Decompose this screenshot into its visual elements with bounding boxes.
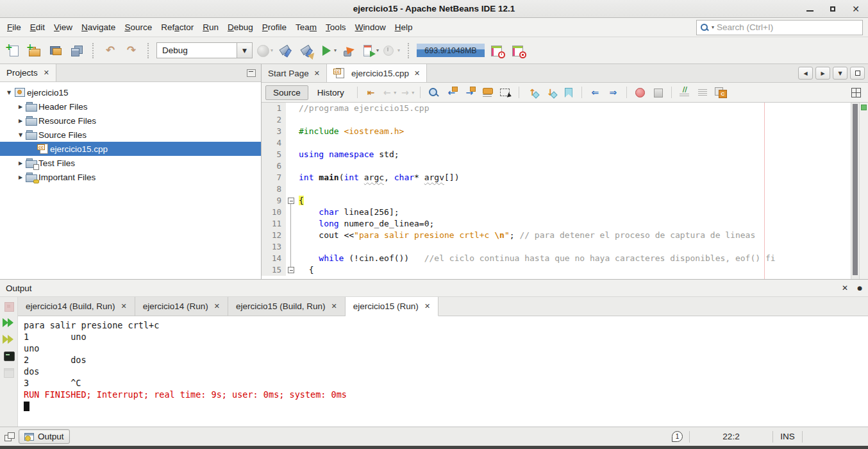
expand-toggle-icon[interactable]: ▶ bbox=[15, 118, 26, 124]
editor-tab-ejercicio15-cpp[interactable]: ejercicio15.cpp✕ bbox=[327, 64, 427, 82]
code-editor[interactable]: 1//programa ejercicio15.cpp23#include <i… bbox=[262, 103, 868, 279]
code-line[interactable]: 9{ bbox=[262, 195, 868, 207]
editor-vertical-scrollbar[interactable] bbox=[851, 103, 859, 279]
code-line[interactable]: 4 bbox=[262, 137, 868, 149]
stop-run-button[interactable] bbox=[3, 300, 15, 312]
scrollbar-thumb[interactable] bbox=[853, 104, 858, 275]
tree-item-resource-files[interactable]: ▶Resource Files bbox=[0, 114, 261, 128]
tab-projects[interactable]: Projects ✕ bbox=[0, 64, 56, 81]
code-line[interactable]: 3#include <iostream.h> bbox=[262, 126, 868, 137]
console-output[interactable]: para salir presione crtl+c1 unouno2 dosd… bbox=[18, 316, 868, 427]
shift-line-right-button[interactable]: ⇒ bbox=[605, 85, 621, 100]
window-menu-button[interactable]: ● bbox=[857, 285, 862, 291]
profiler-snapshot-stop-button[interactable] bbox=[509, 41, 527, 60]
code-fold-marker[interactable] bbox=[286, 195, 296, 207]
insert-mode-status[interactable]: INS bbox=[772, 431, 802, 443]
start-macro-recording-button[interactable] bbox=[632, 85, 648, 100]
menu-file[interactable]: File bbox=[3, 19, 26, 35]
view-button-source[interactable]: Source bbox=[265, 85, 308, 100]
chevron-down-icon[interactable]: ▾ bbox=[376, 47, 379, 53]
chevron-down-icon[interactable]: ▼ bbox=[237, 43, 252, 58]
comment-button[interactable]: // bbox=[677, 85, 693, 100]
tree-item-test-files[interactable]: ▶Test Files bbox=[0, 156, 261, 170]
chevron-down-icon[interactable]: ▾ bbox=[271, 47, 273, 53]
toggle-bookmark-button[interactable] bbox=[560, 85, 576, 100]
expand-toggle-icon[interactable]: ▶ bbox=[15, 160, 26, 166]
new-project-button[interactable]: + bbox=[25, 41, 43, 60]
clean-build-project-button[interactable] bbox=[298, 41, 316, 60]
code-fold-marker[interactable] bbox=[286, 264, 296, 276]
tab-list-dropdown-button[interactable]: ▼ bbox=[833, 67, 847, 80]
close-icon[interactable]: ✕ bbox=[331, 302, 337, 310]
scroll-tabs-left-button[interactable]: ◀ bbox=[798, 67, 813, 80]
tree-item-source-files[interactable]: ▼Source Files bbox=[0, 128, 261, 142]
chevron-down-icon[interactable]: ▾ bbox=[334, 47, 337, 53]
close-window-button[interactable]: ✕ bbox=[842, 284, 848, 292]
go-to-header-button[interactable] bbox=[713, 85, 729, 100]
notifications-icon[interactable]: 1 bbox=[672, 431, 683, 442]
no-errors-indicator[interactable] bbox=[861, 105, 867, 110]
menu-navigate[interactable]: Navigate bbox=[77, 19, 120, 35]
output-window-toggle-button[interactable]: Output bbox=[19, 429, 70, 444]
code-line[interactable]: 10 char linea[256]; bbox=[262, 207, 868, 218]
collapse-toggle-icon[interactable]: ▼ bbox=[15, 132, 26, 138]
code-line[interactable]: 8 bbox=[262, 183, 868, 195]
output-tab-ejercicio14-run-[interactable]: ejercicio14 (Run)✕ bbox=[135, 297, 228, 316]
previous-bookmark-button[interactable]: ↑ bbox=[524, 85, 540, 100]
menu-team[interactable]: Team bbox=[291, 19, 321, 35]
stop-macro-recording-button[interactable] bbox=[650, 85, 666, 100]
debug-project-button[interactable] bbox=[340, 41, 358, 60]
run-project-button[interactable]: ▾ bbox=[319, 41, 337, 60]
menu-view[interactable]: View bbox=[49, 19, 77, 35]
profiler-snapshot-clock-button[interactable] bbox=[488, 41, 506, 60]
search-input[interactable] bbox=[717, 22, 859, 32]
maximize-button[interactable] bbox=[826, 2, 840, 16]
code-line[interactable]: 12 cout <<"para salir presione crtl+c \n… bbox=[262, 230, 868, 241]
rerun-button[interactable] bbox=[3, 317, 15, 329]
view-button-history[interactable]: History bbox=[310, 85, 352, 100]
code-line[interactable]: 14 while (!cin.eof()) //el ciclo continu… bbox=[262, 253, 868, 264]
editor-tab-start-page[interactable]: Start Page✕ bbox=[262, 64, 327, 82]
chevron-down-icon[interactable]: ▾ bbox=[412, 90, 414, 96]
minimize-button[interactable] bbox=[803, 2, 817, 16]
menu-run[interactable]: Run bbox=[198, 19, 223, 35]
collapse-toggle-icon[interactable]: ▼ bbox=[4, 90, 14, 96]
build-project-button[interactable] bbox=[277, 41, 295, 60]
close-icon[interactable]: ✕ bbox=[44, 69, 49, 77]
forward-button[interactable]: →▾ bbox=[399, 85, 415, 100]
rectangular-selection-button[interactable] bbox=[497, 85, 513, 100]
open-project-button[interactable] bbox=[46, 41, 64, 60]
close-icon[interactable]: ✕ bbox=[414, 69, 420, 78]
output-tab-ejercicio15-build-run-[interactable]: ejercicio15 (Build, Run)✕ bbox=[228, 297, 346, 316]
code-line[interactable]: 15 { bbox=[262, 264, 868, 276]
close-button[interactable]: ✕ bbox=[849, 2, 863, 16]
scroll-tabs-right-button[interactable]: ▶ bbox=[815, 67, 830, 80]
menu-tools[interactable]: Tools bbox=[321, 19, 351, 35]
back-button[interactable]: ←▾ bbox=[381, 85, 397, 100]
new-file-button[interactable]: + bbox=[4, 41, 22, 60]
output-settings-button[interactable] bbox=[3, 367, 15, 379]
tree-item-ejercicio15-cpp[interactable]: ejercicio15.cpp bbox=[0, 142, 261, 156]
toggle-highlight-button[interactable] bbox=[480, 85, 496, 100]
menu-window[interactable]: Window bbox=[351, 19, 390, 35]
expand-toggle-icon[interactable]: ▶ bbox=[15, 104, 26, 110]
uncomment-button[interactable] bbox=[695, 85, 711, 100]
maximize-editor-button[interactable] bbox=[850, 67, 865, 80]
menu-refactor[interactable]: Refactor bbox=[156, 19, 198, 35]
menu-source[interactable]: Source bbox=[120, 19, 156, 35]
tree-item-important-files[interactable]: ▶Important Files bbox=[0, 170, 261, 184]
next-bookmark-button[interactable]: ↓ bbox=[542, 85, 558, 100]
minimize-window-button[interactable] bbox=[247, 69, 256, 77]
globe-button[interactable]: ▾ bbox=[256, 41, 274, 60]
memory-usage-indicator[interactable]: 693.9/1048MB bbox=[417, 44, 485, 57]
search-scope-caret-icon[interactable]: ▾ bbox=[712, 24, 714, 30]
code-line[interactable]: 6 bbox=[262, 160, 868, 172]
find-selection-button[interactable] bbox=[426, 85, 442, 100]
undo-button[interactable]: ↶ bbox=[101, 41, 119, 60]
close-icon[interactable]: ✕ bbox=[214, 302, 220, 310]
minimized-windows-icon[interactable] bbox=[4, 432, 15, 441]
menu-debug[interactable]: Debug bbox=[223, 19, 258, 35]
code-line[interactable]: 2 bbox=[262, 114, 868, 126]
chevron-down-icon[interactable]: ▾ bbox=[394, 90, 396, 96]
code-line[interactable]: 1//programa ejercicio15.cpp bbox=[262, 103, 868, 114]
